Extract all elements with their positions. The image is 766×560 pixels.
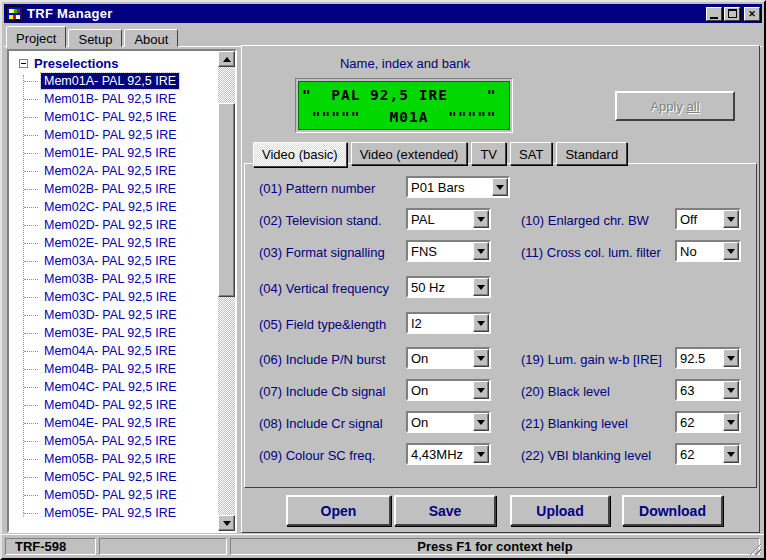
save-button[interactable]: Save (394, 495, 496, 526)
tree-item[interactable]: Mem04D- PAL 92,5 IRE (9, 396, 218, 414)
tree-item[interactable]: Mem01B- PAL 92,5 IRE (9, 90, 218, 108)
dropdown-arrow-button[interactable] (473, 314, 489, 332)
apply-all-button[interactable]: Apply all (615, 91, 735, 121)
tree-item-label: Mem04D- PAL 92,5 IRE (41, 397, 180, 413)
tree-item[interactable]: Mem05E- PAL 92,5 IRE (9, 504, 218, 522)
dropdown-arrow-button[interactable] (473, 413, 489, 431)
dropdown-arrow-button[interactable] (473, 349, 489, 367)
tree-item[interactable]: Mem03C- PAL 92,5 IRE (9, 288, 218, 306)
tree-item[interactable]: Mem01A- PAL 92,5 IRE (9, 72, 218, 90)
tab-setup[interactable]: Setup (68, 29, 122, 47)
tree-item-label: Mem04C- PAL 92,5 IRE (41, 379, 180, 395)
tree-item[interactable]: Mem05A- PAL 92,5 IRE (9, 432, 218, 450)
tree-item-label: Mem02A- PAL 92,5 IRE (41, 163, 179, 179)
tree-item[interactable]: Mem05B- PAL 92,5 IRE (9, 450, 218, 468)
dropdown-04-vertical-frequency[interactable]: 50 Hz (406, 276, 491, 298)
status-help-panel: Press F1 for context help (230, 538, 760, 555)
minimize-icon (710, 17, 718, 19)
editor-panel: Name, index and bank " PAL 92,5 IRE " ""… (241, 45, 760, 533)
tree-item[interactable]: Mem04E- PAL 92,5 IRE (9, 414, 218, 432)
close-button[interactable]: ✕ (744, 7, 760, 21)
dropdown-01-pattern-number[interactable]: P01 Bars (406, 176, 510, 198)
tree-item[interactable]: Mem03B- PAL 92,5 IRE (9, 270, 218, 288)
tab-project[interactable]: Project (6, 26, 66, 48)
dropdown-arrow-button[interactable] (723, 381, 739, 399)
dropdown-20-black-level[interactable]: 63 (675, 379, 741, 401)
dropdown-19-lum-gain-w-b-ire[interactable]: 92.5 (675, 347, 741, 369)
dropdown-arrow-button[interactable] (473, 381, 489, 399)
open-button[interactable]: Open (286, 495, 391, 526)
dropdown-arrow-button[interactable] (723, 242, 739, 260)
dropdown-arrow-button[interactable] (723, 210, 739, 228)
name-index-bank-label: Name, index and bank (255, 56, 555, 71)
scroll-up-button[interactable] (218, 51, 235, 67)
tree-item[interactable]: Mem03E- PAL 92,5 IRE (9, 324, 218, 342)
tree-item[interactable]: Mem05C- PAL 92,5 IRE (9, 468, 218, 486)
dropdown-06-include-p-n-burst[interactable]: On (406, 347, 491, 369)
chevron-down-icon (477, 356, 485, 361)
tree-item[interactable]: Mem02E- PAL 92,5 IRE (9, 234, 218, 252)
dropdown-03-format-signalling[interactable]: FNS (406, 240, 491, 262)
tree-item[interactable]: Mem02C- PAL 92,5 IRE (9, 198, 218, 216)
dropdown-value: On (408, 381, 473, 399)
tree-item[interactable]: Mem03D- PAL 92,5 IRE (9, 306, 218, 324)
scroll-down-button[interactable] (218, 515, 235, 531)
dropdown-arrow-button[interactable] (723, 445, 739, 463)
download-button[interactable]: Download (622, 495, 723, 526)
tree-item[interactable]: Mem04B- PAL 92,5 IRE (9, 360, 218, 378)
tree-scrollbar[interactable] (218, 51, 235, 531)
chevron-down-icon (223, 521, 231, 526)
dropdown-arrow-button[interactable] (473, 445, 489, 463)
tree-item-label: Mem03B- PAL 92,5 IRE (41, 271, 179, 287)
status-device-panel: TRF-598 (5, 538, 96, 555)
chevron-down-icon (477, 285, 485, 290)
video-basic-page: (01) Pattern numberP01 Bars(02) Televisi… (244, 163, 757, 488)
tree-root[interactable]: Preselections (9, 54, 218, 72)
dropdown-02-television-stand[interactable]: PAL (406, 208, 491, 230)
tree-item[interactable]: Mem01C- PAL 92,5 IRE (9, 108, 218, 126)
upload-button[interactable]: Upload (510, 495, 610, 526)
dropdown-21-blanking-level[interactable]: 62 (675, 411, 741, 433)
tree-item[interactable]: Mem01D- PAL 92,5 IRE (9, 126, 218, 144)
subtab-sat[interactable]: SAT (510, 142, 552, 165)
subtab-tv[interactable]: TV (471, 142, 506, 165)
form-row: (09) Colour SC freq.4,43MHz(22) VBI blan… (245, 439, 756, 471)
dropdown-11-cross-col-lum-filter[interactable]: No (675, 240, 741, 262)
dropdown-arrow-button[interactable] (473, 278, 489, 296)
dropdown-value: PAL (408, 210, 473, 228)
dropdown-arrow-button[interactable] (723, 349, 739, 367)
dropdown-08-include-cr-signal[interactable]: On (406, 411, 491, 433)
field-label-09-colour-sc-freq: (09) Colour SC freq. (259, 448, 375, 463)
tree-item[interactable]: Mem04C- PAL 92,5 IRE (9, 378, 218, 396)
subtab-video-basic[interactable]: Video (basic) (253, 142, 347, 167)
form-row: (07) Include Cb signalOn(20) Black level… (245, 375, 756, 407)
minimize-button[interactable] (706, 7, 722, 21)
tree-item[interactable]: Mem01E- PAL 92,5 IRE (9, 144, 218, 162)
dropdown-22-vbi-blanking-level[interactable]: 62 (675, 443, 741, 465)
maximize-button[interactable] (724, 7, 740, 21)
dropdown-10-enlarged-chr-bw[interactable]: Off (675, 208, 741, 230)
dropdown-arrow-button[interactable] (492, 178, 508, 196)
dropdown-value: 50 Hz (408, 278, 473, 296)
dropdown-arrow-button[interactable] (473, 242, 489, 260)
scrollbar-thumb[interactable] (218, 103, 235, 297)
dropdown-value: 62 (677, 445, 723, 463)
tree-item[interactable]: Mem02B- PAL 92,5 IRE (9, 180, 218, 198)
dropdown-07-include-cb-signal[interactable]: On (406, 379, 491, 401)
subtab-standard[interactable]: Standard (556, 142, 627, 165)
dropdown-arrow-button[interactable] (473, 210, 489, 228)
dropdown-09-colour-sc-freq[interactable]: 4,43MHz (406, 443, 491, 465)
chevron-down-icon (727, 249, 735, 254)
field-label-07-include-cb-signal: (07) Include Cb signal (259, 384, 385, 399)
chevron-down-icon (727, 420, 735, 425)
tree-item[interactable]: Mem03A- PAL 92,5 IRE (9, 252, 218, 270)
dropdown-arrow-button[interactable] (723, 413, 739, 431)
collapse-icon[interactable] (19, 59, 28, 68)
tab-about[interactable]: About (124, 29, 178, 47)
subtab-video-extended[interactable]: Video (extended) (351, 142, 468, 165)
tree-item[interactable]: Mem02A- PAL 92,5 IRE (9, 162, 218, 180)
tree-item[interactable]: Mem05D- PAL 92,5 IRE (9, 486, 218, 504)
tree-item[interactable]: Mem04A- PAL 92,5 IRE (9, 342, 218, 360)
dropdown-05-field-type-length[interactable]: I2 (406, 312, 491, 334)
tree-item[interactable]: Mem02D- PAL 92,5 IRE (9, 216, 218, 234)
